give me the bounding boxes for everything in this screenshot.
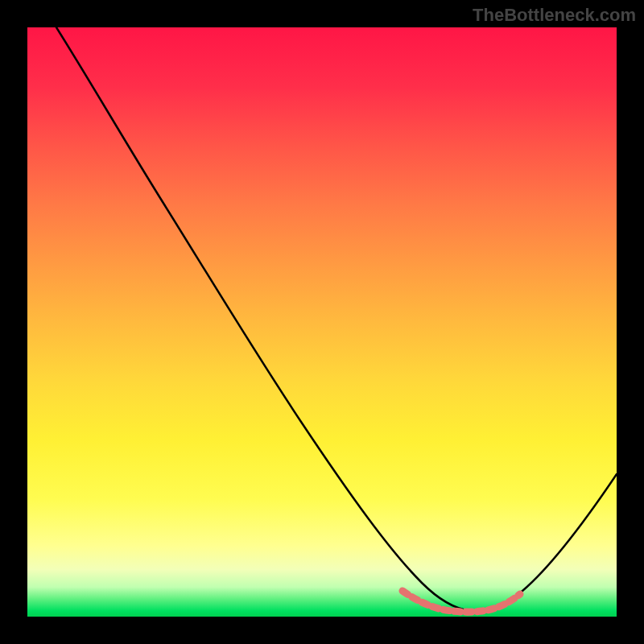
optimal-zone-path [402,591,520,612]
chart-plot-area [27,27,617,617]
bottleneck-curve-path [56,27,617,611]
chart-curves-svg [27,27,617,617]
watermark-text: TheBottleneck.com [473,5,636,26]
